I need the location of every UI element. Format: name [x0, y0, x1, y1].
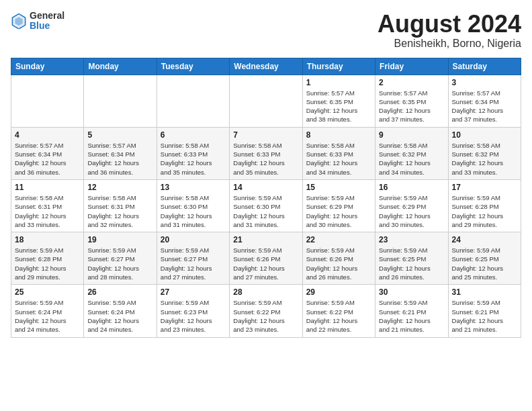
calendar-week-row: 18Sunrise: 5:59 AM Sunset: 6:28 PM Dayli… — [11, 232, 521, 285]
day-info: Sunrise: 5:58 AM Sunset: 6:33 PM Dayligh… — [233, 141, 298, 177]
calendar-cell — [157, 75, 229, 127]
day-info: Sunrise: 5:58 AM Sunset: 6:31 PM Dayligh… — [15, 193, 80, 229]
day-info: Sunrise: 5:58 AM Sunset: 6:32 PM Dayligh… — [379, 141, 444, 177]
day-number: 20 — [161, 235, 226, 244]
calendar-cell — [11, 75, 84, 127]
calendar-week-row: 25Sunrise: 5:59 AM Sunset: 6:24 PM Dayli… — [11, 285, 521, 337]
day-number: 2 — [379, 78, 444, 87]
day-info: Sunrise: 5:58 AM Sunset: 6:32 PM Dayligh… — [452, 141, 517, 177]
calendar-cell: 24Sunrise: 5:59 AM Sunset: 6:25 PM Dayli… — [448, 232, 521, 285]
calendar-cell: 17Sunrise: 5:59 AM Sunset: 6:28 PM Dayli… — [448, 179, 521, 232]
title-block: August 2024 Benisheikh, Borno, Nigeria — [378, 11, 521, 50]
calendar-cell: 5Sunrise: 5:57 AM Sunset: 6:34 PM Daylig… — [84, 127, 157, 179]
col-header-sunday: Sunday — [11, 58, 84, 75]
day-info: Sunrise: 5:59 AM Sunset: 6:27 PM Dayligh… — [161, 246, 226, 281]
calendar-cell: 4Sunrise: 5:57 AM Sunset: 6:34 PM Daylig… — [11, 127, 84, 179]
day-number: 30 — [379, 287, 444, 297]
day-number: 22 — [306, 235, 371, 244]
calendar-table: SundayMondayTuesdayWednesdayThursdayFrid… — [11, 58, 521, 338]
day-info: Sunrise: 5:57 AM Sunset: 6:34 PM Dayligh… — [452, 89, 517, 124]
calendar-week-row: 11Sunrise: 5:58 AM Sunset: 6:31 PM Dayli… — [11, 179, 521, 232]
day-number: 14 — [233, 183, 298, 192]
day-info: Sunrise: 5:59 AM Sunset: 6:22 PM Dayligh… — [306, 298, 371, 334]
day-info: Sunrise: 5:59 AM Sunset: 6:26 PM Dayligh… — [233, 246, 298, 281]
logo-text: General Blue — [30, 11, 64, 32]
day-info: Sunrise: 5:59 AM Sunset: 6:30 PM Dayligh… — [233, 193, 298, 229]
day-number: 25 — [15, 287, 80, 297]
day-info: Sunrise: 5:59 AM Sunset: 6:25 PM Dayligh… — [452, 246, 517, 281]
day-number: 16 — [379, 183, 444, 192]
day-info: Sunrise: 5:57 AM Sunset: 6:35 PM Dayligh… — [379, 89, 444, 124]
calendar-cell: 28Sunrise: 5:59 AM Sunset: 6:22 PM Dayli… — [230, 285, 302, 337]
day-number: 26 — [87, 287, 152, 297]
day-info: Sunrise: 5:57 AM Sunset: 6:35 PM Dayligh… — [306, 89, 371, 124]
calendar-cell: 27Sunrise: 5:59 AM Sunset: 6:23 PM Dayli… — [157, 285, 229, 337]
day-info: Sunrise: 5:59 AM Sunset: 6:29 PM Dayligh… — [379, 193, 444, 229]
day-info: Sunrise: 5:59 AM Sunset: 6:29 PM Dayligh… — [306, 193, 371, 229]
col-header-monday: Monday — [84, 58, 157, 75]
col-header-saturday: Saturday — [448, 58, 521, 75]
calendar-cell: 15Sunrise: 5:59 AM Sunset: 6:29 PM Dayli… — [302, 179, 375, 232]
calendar-cell: 14Sunrise: 5:59 AM Sunset: 6:30 PM Dayli… — [230, 179, 302, 232]
day-number: 18 — [15, 235, 80, 244]
day-number: 10 — [452, 130, 517, 140]
location-subtitle: Benisheikh, Borno, Nigeria — [378, 38, 521, 50]
day-number: 28 — [233, 287, 298, 297]
calendar-cell: 10Sunrise: 5:58 AM Sunset: 6:32 PM Dayli… — [448, 127, 521, 179]
col-header-tuesday: Tuesday — [157, 58, 229, 75]
day-number: 8 — [306, 130, 371, 140]
day-info: Sunrise: 5:59 AM Sunset: 6:28 PM Dayligh… — [15, 246, 80, 281]
calendar-cell: 3Sunrise: 5:57 AM Sunset: 6:34 PM Daylig… — [448, 75, 521, 127]
day-info: Sunrise: 5:59 AM Sunset: 6:22 PM Dayligh… — [233, 298, 298, 334]
calendar-cell: 31Sunrise: 5:59 AM Sunset: 6:21 PM Dayli… — [448, 285, 521, 337]
day-number: 23 — [379, 235, 444, 244]
day-number: 5 — [87, 130, 152, 140]
calendar-cell: 12Sunrise: 5:58 AM Sunset: 6:31 PM Dayli… — [84, 179, 157, 232]
calendar-cell: 18Sunrise: 5:59 AM Sunset: 6:28 PM Dayli… — [11, 232, 84, 285]
logo-icon — [11, 13, 27, 29]
day-number: 21 — [233, 235, 298, 244]
calendar-week-row: 1Sunrise: 5:57 AM Sunset: 6:35 PM Daylig… — [11, 75, 521, 127]
calendar-cell: 11Sunrise: 5:58 AM Sunset: 6:31 PM Dayli… — [11, 179, 84, 232]
calendar-cell: 16Sunrise: 5:59 AM Sunset: 6:29 PM Dayli… — [375, 179, 448, 232]
day-info: Sunrise: 5:59 AM Sunset: 6:26 PM Dayligh… — [306, 246, 371, 281]
day-info: Sunrise: 5:59 AM Sunset: 6:24 PM Dayligh… — [87, 298, 152, 334]
day-number: 19 — [87, 235, 152, 244]
calendar-cell: 30Sunrise: 5:59 AM Sunset: 6:21 PM Dayli… — [375, 285, 448, 337]
calendar-cell: 23Sunrise: 5:59 AM Sunset: 6:25 PM Dayli… — [375, 232, 448, 285]
day-number: 29 — [306, 287, 371, 297]
day-number: 12 — [87, 183, 152, 192]
day-info: Sunrise: 5:58 AM Sunset: 6:33 PM Dayligh… — [306, 141, 371, 177]
col-header-friday: Friday — [375, 58, 448, 75]
calendar-cell: 8Sunrise: 5:58 AM Sunset: 6:33 PM Daylig… — [302, 127, 375, 179]
day-info: Sunrise: 5:58 AM Sunset: 6:33 PM Dayligh… — [161, 141, 226, 177]
calendar-cell: 21Sunrise: 5:59 AM Sunset: 6:26 PM Dayli… — [230, 232, 302, 285]
day-info: Sunrise: 5:59 AM Sunset: 6:21 PM Dayligh… — [452, 298, 517, 334]
calendar-cell: 20Sunrise: 5:59 AM Sunset: 6:27 PM Dayli… — [157, 232, 229, 285]
day-number: 7 — [233, 130, 298, 140]
day-info: Sunrise: 5:59 AM Sunset: 6:24 PM Dayligh… — [15, 298, 80, 334]
day-number: 9 — [379, 130, 444, 140]
day-info: Sunrise: 5:59 AM Sunset: 6:28 PM Dayligh… — [452, 193, 517, 229]
day-info: Sunrise: 5:57 AM Sunset: 6:34 PM Dayligh… — [87, 141, 152, 177]
day-info: Sunrise: 5:59 AM Sunset: 6:21 PM Dayligh… — [379, 298, 444, 334]
calendar-cell: 13Sunrise: 5:58 AM Sunset: 6:30 PM Dayli… — [157, 179, 229, 232]
day-number: 13 — [161, 183, 226, 192]
calendar-cell: 7Sunrise: 5:58 AM Sunset: 6:33 PM Daylig… — [230, 127, 302, 179]
day-info: Sunrise: 5:59 AM Sunset: 6:23 PM Dayligh… — [161, 298, 226, 334]
day-info: Sunrise: 5:58 AM Sunset: 6:31 PM Dayligh… — [87, 193, 152, 229]
col-header-thursday: Thursday — [302, 58, 375, 75]
day-info: Sunrise: 5:59 AM Sunset: 6:25 PM Dayligh… — [379, 246, 444, 281]
day-number: 4 — [15, 130, 80, 140]
calendar-cell — [230, 75, 302, 127]
day-number: 27 — [161, 287, 226, 297]
calendar-cell — [84, 75, 157, 127]
calendar-week-row: 4Sunrise: 5:57 AM Sunset: 6:34 PM Daylig… — [11, 127, 521, 179]
month-year-title: August 2024 — [378, 11, 521, 38]
calendar-cell: 25Sunrise: 5:59 AM Sunset: 6:24 PM Dayli… — [11, 285, 84, 337]
logo-general-text: General — [30, 11, 64, 21]
day-number: 1 — [306, 78, 371, 87]
calendar-cell: 6Sunrise: 5:58 AM Sunset: 6:33 PM Daylig… — [157, 127, 229, 179]
day-info: Sunrise: 5:58 AM Sunset: 6:30 PM Dayligh… — [161, 193, 226, 229]
calendar-cell: 9Sunrise: 5:58 AM Sunset: 6:32 PM Daylig… — [375, 127, 448, 179]
